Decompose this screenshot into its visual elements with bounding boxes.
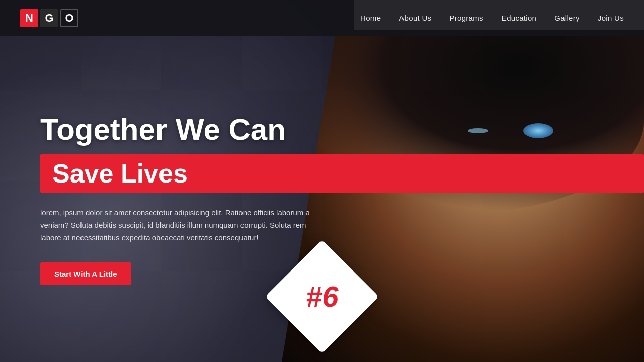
- nav-item-home[interactable]: Home: [360, 14, 381, 23]
- nav-item-programs[interactable]: Programs: [449, 14, 483, 23]
- hero-title-line1: Together We Can: [40, 113, 644, 146]
- nav-item-gallery[interactable]: Gallery: [554, 14, 580, 23]
- hero-description: lorem, ipsum dolor sit amet consectetur …: [40, 207, 322, 244]
- nav-link-programs[interactable]: Programs: [449, 14, 483, 22]
- nav-item-about[interactable]: About Us: [399, 14, 431, 23]
- nav-item-education[interactable]: Education: [502, 14, 536, 23]
- badge-text: #6: [306, 282, 339, 311]
- nav-links: Home About Us Programs Education Gallery…: [360, 14, 624, 23]
- nav-link-gallery[interactable]: Gallery: [554, 14, 580, 22]
- nav-link-about[interactable]: About Us: [399, 14, 431, 22]
- logo-g: G: [40, 9, 58, 27]
- hero-cta-button[interactable]: Start With A Little: [40, 262, 131, 285]
- logo: N G O: [20, 9, 78, 27]
- nav-link-home[interactable]: Home: [360, 14, 381, 22]
- navbar: N G O Home About Us Programs Education G…: [0, 0, 644, 36]
- logo-o: O: [60, 9, 78, 27]
- hero-section: N G O Home About Us Programs Education G…: [0, 0, 644, 362]
- nav-item-join[interactable]: Join Us: [598, 14, 624, 23]
- logo-n: N: [20, 9, 38, 27]
- nav-link-join[interactable]: Join Us: [598, 14, 624, 22]
- nav-link-education[interactable]: Education: [502, 14, 536, 22]
- hero-title-highlight: Save Lives: [40, 154, 644, 193]
